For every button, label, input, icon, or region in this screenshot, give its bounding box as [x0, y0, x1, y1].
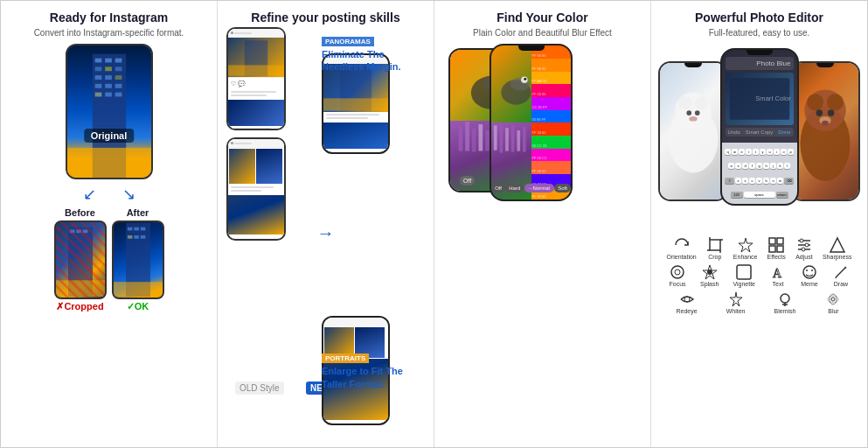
- svg-rect-54: [517, 130, 520, 151]
- key-delete[interactable]: ⌫: [784, 178, 794, 184]
- svg-rect-3: [115, 59, 122, 63]
- blemish-label: Blemish: [774, 308, 796, 314]
- section-editor: Powerful Photo Editor Full-featured, eas…: [651, 1, 867, 447]
- crop-icon: [706, 236, 724, 254]
- key-e[interactable]: e: [739, 149, 745, 155]
- editor-notch-center: [746, 50, 773, 55]
- key-f[interactable]: f: [749, 163, 755, 169]
- adjust-label: Adjust: [795, 254, 812, 260]
- bear-svg: [792, 63, 858, 200]
- main-phone: Original: [66, 44, 153, 179]
- text-label: Text: [773, 281, 784, 287]
- front-btn-off[interactable]: Off: [491, 184, 505, 192]
- svg-rect-33: [323, 99, 388, 111]
- enlarge-text: Enlarge to Fit The Taller Format.: [322, 365, 425, 390]
- svg-point-69: [816, 109, 823, 116]
- key-row2: a s d f g h j k l: [723, 163, 796, 169]
- editor-phone-right: [790, 61, 860, 201]
- key-num[interactable]: 123: [731, 192, 743, 198]
- svg-rect-13: [94, 93, 101, 97]
- color-magenta: FF 00 CC: [531, 149, 572, 162]
- ok-label: ✓OK: [127, 301, 149, 312]
- after-building-svg: [114, 222, 163, 298]
- icon-vignette: Vignette: [733, 263, 755, 287]
- svg-line-99: [837, 268, 845, 276]
- svg-marker-102: [730, 292, 742, 306]
- crop-label: Crop: [708, 254, 721, 260]
- key-t[interactable]: t: [753, 149, 759, 155]
- key-a[interactable]: a: [728, 163, 734, 169]
- front-bird: [491, 46, 532, 122]
- key-d[interactable]: d: [742, 163, 748, 169]
- bottom-toolbar: Undo Smart Copy Done: [726, 128, 794, 136]
- svg-rect-79: [769, 238, 775, 244]
- key-g[interactable]: g: [756, 163, 762, 169]
- icon-crop: Crop: [706, 236, 724, 260]
- after-label: After: [127, 207, 149, 218]
- meme-icon: [801, 263, 818, 281]
- key-space[interactable]: space: [744, 192, 775, 198]
- key-m[interactable]: m: [777, 178, 783, 184]
- svg-rect-24: [134, 228, 139, 231]
- key-l[interactable]: l: [784, 163, 790, 169]
- svg-rect-28: [140, 235, 145, 239]
- key-v[interactable]: v: [756, 178, 762, 184]
- old-style-label: OLD Style: [235, 382, 284, 395]
- portrait-post: [228, 195, 284, 234]
- text-icon: A: [769, 263, 787, 281]
- key-o[interactable]: o: [781, 149, 787, 155]
- key-u[interactable]: u: [767, 149, 773, 155]
- key-s[interactable]: s: [735, 163, 741, 169]
- icon-meme: Meme: [801, 263, 818, 287]
- key-w[interactable]: w: [732, 149, 738, 155]
- key-y[interactable]: y: [760, 149, 766, 155]
- color-grid: FF 66 00 FF 88 00 FF AA 00 FF 00 66 CC 0…: [531, 46, 572, 200]
- text-line2: [231, 94, 267, 96]
- key-r[interactable]: r: [746, 149, 752, 155]
- crop-overlay: [56, 222, 105, 298]
- polar-bear-svg: [660, 63, 726, 200]
- key-j[interactable]: j: [770, 163, 776, 169]
- front-btn-hard[interactable]: Hard: [505, 184, 524, 192]
- bear-screen: [792, 63, 858, 200]
- key-h[interactable]: h: [763, 163, 769, 169]
- svg-rect-82: [777, 246, 783, 252]
- post-text2: [228, 126, 284, 130]
- heart-icon1: ♡: [231, 80, 236, 88]
- svg-rect-9: [115, 75, 122, 80]
- key-n[interactable]: n: [770, 178, 776, 184]
- key-shift[interactable]: ⇧: [725, 178, 734, 184]
- key-z[interactable]: z: [735, 178, 741, 184]
- key-q[interactable]: q: [725, 149, 731, 155]
- color-salmon: FF 66 33: [531, 161, 572, 174]
- key-x[interactable]: x: [742, 178, 748, 184]
- key-return[interactable]: return: [776, 192, 788, 198]
- key-k[interactable]: k: [777, 163, 783, 169]
- svg-point-61: [695, 110, 700, 116]
- front-btn-normal[interactable]: ···Normal: [524, 184, 554, 192]
- icon-redeye: Redeye: [677, 290, 698, 314]
- header-line: [234, 32, 252, 34]
- key-i[interactable]: i: [774, 149, 780, 155]
- color-orange2: FF 88 00: [531, 59, 572, 72]
- key-b[interactable]: b: [763, 178, 769, 184]
- section3-subtitle: Plain Color and Beautiful Blur Effect: [473, 27, 612, 38]
- cropped-label: ✗Cropped: [56, 301, 103, 312]
- btn-off[interactable]: Off: [460, 176, 475, 186]
- svg-rect-73: [710, 240, 720, 250]
- svg-rect-53: [511, 125, 515, 151]
- post-image1: [228, 38, 284, 77]
- svg-point-58: [678, 96, 691, 109]
- icon-whiten: Whiten: [726, 290, 746, 314]
- key-c[interactable]: c: [749, 178, 755, 184]
- svg-point-97: [806, 270, 808, 271]
- svg-text:Smart Color: Smart Color: [755, 94, 791, 102]
- front-btn-soft[interactable]: Soft: [554, 184, 571, 192]
- svg-rect-16: [67, 148, 151, 178]
- blur-label: Blur: [828, 308, 838, 314]
- blemish-icon: [776, 290, 794, 308]
- svg-rect-11: [105, 84, 112, 88]
- editor-notch-right: [816, 63, 834, 67]
- key-p[interactable]: p: [788, 149, 794, 155]
- comment-icon1: 💬: [238, 80, 246, 88]
